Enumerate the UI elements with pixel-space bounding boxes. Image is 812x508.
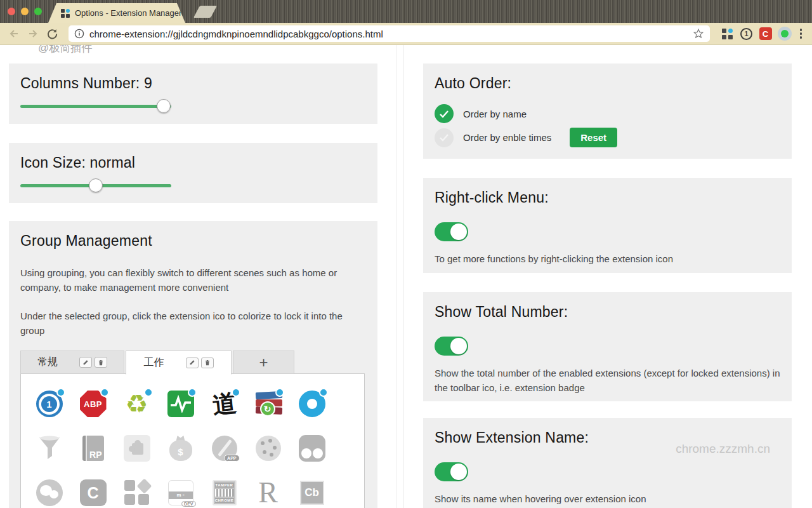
unchecked-radio-icon[interactable] — [435, 128, 454, 147]
enabled-badge — [232, 388, 240, 397]
right-click-menu-title: Right-click Menu: — [435, 188, 780, 207]
refresh-icon: ↻ — [260, 401, 275, 417]
extension-icon-c[interactable]: C — [79, 479, 107, 507]
order-by-enable-times-option[interactable]: Order by enble times Reset — [435, 128, 780, 147]
browser-tab[interactable]: Options - Extension Manager — [48, 3, 185, 23]
checked-radio-icon[interactable] — [435, 104, 454, 123]
show-total-number-card: Show Total Number: Show the total number… — [423, 292, 792, 401]
extension-icon-cookie[interactable] — [254, 434, 282, 462]
columns-number-slider[interactable] — [20, 99, 171, 113]
extension-icon-wechat[interactable] — [36, 479, 63, 507]
bookmark-star-icon[interactable] — [693, 28, 704, 39]
url-text[interactable]: chrome-extension://gjldcdngmdknpinoemndl… — [89, 29, 688, 39]
extension-icon-markdown-dev[interactable]: m ▫DEV — [167, 479, 195, 507]
red-c-toolbar-icon[interactable]: C — [758, 26, 773, 41]
extension-icon-blue-ring[interactable] — [298, 390, 326, 418]
extension-manager-toolbar-icon[interactable] — [720, 26, 735, 41]
icon-size-card: Icon Size: normal — [9, 143, 377, 203]
slider-track[interactable] — [20, 105, 171, 108]
enabled-badge — [319, 388, 328, 397]
column-divider-gap — [396, 45, 403, 508]
reload-icon[interactable] — [44, 26, 60, 41]
edit-group-icon[interactable] — [79, 357, 92, 368]
tab-strip: Options - Extension Manager — [0, 0, 812, 23]
extension-icon-rp[interactable]: RP — [79, 434, 107, 462]
extension-grid: 1 ABP ♻ 道 ↻ RP $ APP C m ▫DEV — [20, 373, 365, 508]
show-extension-name-toggle[interactable] — [435, 462, 468, 481]
extension-icon-calligraphy[interactable]: 道 — [211, 390, 239, 418]
group-management-title: Group Management — [20, 231, 366, 250]
edit-group-icon[interactable] — [186, 358, 199, 368]
window-controls — [8, 8, 42, 15]
group-management-card: Group Management Using grouping, you can… — [9, 221, 377, 508]
options-page: @极简插件 Columns Number: 9 Icon Size: norma… — [0, 45, 812, 508]
right-click-menu-toggle[interactable] — [435, 222, 468, 241]
green-dot-toolbar-icon[interactable] — [777, 26, 792, 41]
page-info-icon[interactable] — [74, 29, 84, 39]
columns-number-title: Columns Number: 9 — [20, 74, 366, 93]
enabled-badge — [56, 388, 65, 397]
minimize-window-button[interactable] — [21, 8, 29, 15]
columns-number-value: 9 — [144, 75, 152, 91]
plus-icon: + — [259, 354, 268, 371]
extension-icon-cb[interactable]: Cb — [298, 479, 326, 507]
delete-group-icon[interactable] — [95, 357, 107, 368]
extension-icon-book-refresh[interactable]: ↻ — [254, 390, 282, 418]
reset-button[interactable]: Reset — [570, 128, 617, 147]
delete-group-icon[interactable] — [201, 358, 214, 368]
browser-menu-icon[interactable] — [796, 29, 806, 39]
enabled-badge — [188, 388, 197, 397]
slider-thumb[interactable] — [157, 99, 171, 113]
icon-size-slider[interactable] — [20, 178, 171, 192]
extension-icon-funnel[interactable] — [36, 434, 63, 462]
site-watermark: chrome.zzzmh.cn — [676, 442, 770, 456]
maximize-window-button[interactable] — [34, 8, 42, 15]
right-click-menu-description: To get more functions by right-clicking … — [435, 251, 780, 266]
extension-icon-onepassword[interactable]: 1 — [36, 390, 63, 418]
show-total-number-title: Show Total Number: — [435, 302, 780, 321]
extension-icon-app-tool[interactable]: APP — [211, 434, 239, 462]
top-watermark: @极简插件 — [38, 45, 92, 55]
right-click-menu-card: Right-click Menu: To get more functions … — [423, 178, 792, 273]
enabled-badge — [100, 388, 109, 397]
address-bar[interactable]: chrome-extension://gjldcdngmdknpinoemndl… — [69, 25, 710, 42]
close-window-button[interactable] — [8, 8, 15, 15]
tab-title: Options - Extension Manager — [75, 8, 181, 18]
group-description-1: Using grouping, you can flexibly switch … — [20, 265, 366, 295]
extension-icon-four-squares[interactable] — [123, 479, 151, 507]
browser-toolbar: chrome-extension://gjldcdngmdknpinoemndl… — [0, 23, 812, 45]
extension-icon-two-circles[interactable] — [298, 434, 326, 462]
extension-icon-adblock-plus[interactable]: ABP — [79, 390, 107, 418]
enabled-badge — [275, 388, 284, 397]
extension-icon-puzzle[interactable] — [123, 434, 151, 462]
extension-icon-stock-monitor[interactable] — [167, 390, 195, 418]
show-extension-name-description: Show its name when hovering over extensi… — [435, 491, 780, 506]
back-icon[interactable] — [6, 26, 22, 41]
extension-icon-money-bag[interactable]: $ — [167, 434, 195, 462]
extension-icon-recycle[interactable]: ♻ — [123, 390, 151, 418]
extension-manager-favicon — [61, 9, 70, 18]
auto-order-card: Auto Order: Order by name Order by enble… — [423, 64, 792, 159]
columns-number-card: Columns Number: 9 — [9, 64, 377, 124]
enabled-badge — [144, 388, 153, 397]
extension-icon-r[interactable]: R — [254, 479, 282, 507]
icon-size-value: normal — [90, 154, 136, 171]
show-total-number-description: Show the total number of the enabled ext… — [435, 366, 780, 395]
extension-icon-tamper-chrome[interactable]: TAMPERCHROME — [211, 479, 239, 507]
group-tab-changui[interactable]: 常规 — [20, 351, 124, 374]
show-total-number-toggle[interactable] — [435, 337, 468, 356]
order-by-name-option[interactable]: Order by name — [435, 104, 780, 123]
group-tabs: 常规 工作 + — [20, 351, 366, 374]
add-group-tab[interactable]: + — [233, 351, 294, 374]
group-tab-gongzuo[interactable]: 工作 — [126, 351, 232, 375]
right-column: Auto Order: Order by name Order by enble… — [403, 45, 812, 508]
slider-thumb[interactable] — [89, 178, 103, 192]
icon-size-title: Icon Size: normal — [20, 153, 366, 172]
show-extension-name-card: Show Extension Name: chrome.zzzmh.cn Sho… — [423, 418, 792, 508]
left-column: @极简插件 Columns Number: 9 Icon Size: norma… — [0, 45, 396, 508]
new-tab-button[interactable] — [193, 6, 217, 18]
auto-order-title: Auto Order: — [435, 74, 780, 93]
forward-icon[interactable] — [25, 26, 41, 41]
group-description-2: Under the selected group, click the exte… — [20, 309, 366, 338]
onepassword-toolbar-icon[interactable]: 1 — [739, 26, 754, 41]
